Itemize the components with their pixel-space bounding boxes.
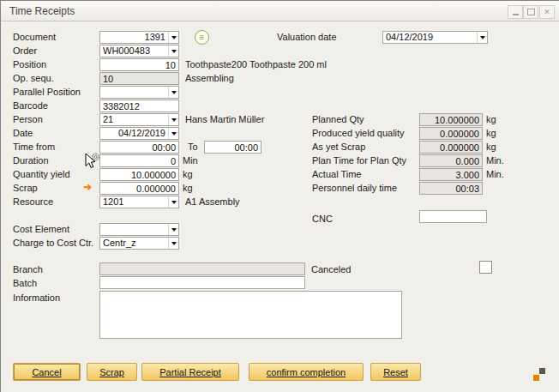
plan-time-for-plan-qty-label: Plan Time for Plan Qty: [312, 155, 406, 166]
canceled-label: Canceled: [311, 264, 351, 275]
document-lookup-icon[interactable]: [195, 30, 209, 45]
as-yet-scrap-unit: kg: [486, 142, 496, 153]
quantity-yield-unit: kg: [183, 169, 193, 180]
op-sequ-description: Assembling: [185, 73, 234, 84]
order-value: WH000483: [100, 45, 168, 57]
chevron-down-icon[interactable]: [168, 45, 178, 57]
op-sequ-label: Op. sequ.: [13, 73, 54, 84]
scrap-unit: kg: [183, 183, 193, 194]
charge-to-cost-ctr-value: Centr_z: [100, 238, 168, 249]
as-yet-scrap-label: As yet Scrap: [312, 142, 365, 153]
chevron-down-icon[interactable]: [477, 32, 487, 43]
order-label: Order: [13, 45, 37, 57]
order-combo[interactable]: WH000483: [99, 45, 179, 57]
time-receipts-window: Time Receipts Document 1391 Valuation da…: [0, 0, 559, 392]
branch-label: Branch: [13, 264, 43, 275]
plan-time-for-plan-qty-field: [419, 154, 483, 167]
barcode-label: Barcode: [13, 100, 48, 112]
document-value: 1391: [100, 32, 168, 43]
person-combo[interactable]: 21: [99, 113, 179, 126]
parallel-position-value: [100, 87, 168, 98]
chevron-down-icon[interactable]: [168, 128, 178, 139]
as-yet-scrap-field: [419, 141, 483, 154]
cancel-button[interactable]: Cancel: [13, 363, 81, 381]
duration-unit: Min: [183, 155, 198, 166]
title-bar: Time Receipts: [1, 1, 559, 21]
actual-time-label: Actual Time: [312, 169, 361, 180]
personnel-daily-time-field: [419, 182, 483, 195]
confirm-completion-button[interactable]: confirm completion: [249, 363, 364, 381]
confirm-completion-button-label: confirm completion: [267, 367, 346, 377]
planned-qty-unit: kg: [486, 114, 496, 125]
resource-label: Resource: [13, 196, 53, 208]
scrap-button[interactable]: Scrap: [87, 363, 137, 381]
window-title: Time Receipts: [9, 5, 75, 17]
barcode-input[interactable]: [99, 100, 179, 112]
position-label: Position: [13, 59, 46, 70]
time-to-input[interactable]: [204, 141, 261, 154]
cost-element-label: Cost Element: [13, 224, 69, 235]
planned-qty-label: Planned Qty: [312, 114, 364, 125]
date-label: Date: [13, 128, 33, 139]
document-label: Document: [13, 32, 56, 43]
information-label: Information: [13, 292, 60, 304]
time-from-label: Time from: [13, 142, 55, 153]
date-value: 04/12/2019: [100, 128, 168, 139]
charge-to-cost-ctr-label: Charge to Cost Ctr.: [13, 238, 93, 249]
canceled-checkbox[interactable]: [479, 261, 492, 274]
chevron-down-icon[interactable]: [168, 114, 178, 125]
duration-input[interactable]: [99, 154, 179, 167]
batch-input[interactable]: [99, 276, 305, 289]
person-description: Hans Martin Müller: [185, 114, 264, 125]
date-combo[interactable]: 04/12/2019: [99, 127, 179, 140]
link-arrow-icon[interactable]: [83, 181, 92, 194]
expand-form-icon[interactable]: [532, 368, 546, 381]
chevron-down-icon[interactable]: [168, 87, 178, 98]
parallel-position-label: Parallel Position: [13, 87, 81, 98]
quantity-yield-input[interactable]: [99, 168, 179, 181]
scrap-input[interactable]: [99, 182, 179, 195]
maximize-button[interactable]: [523, 5, 538, 19]
parallel-position-combo[interactable]: [99, 86, 179, 99]
person-label: Person: [13, 114, 43, 125]
produced-yield-quality-label: Produced yield quality: [312, 128, 405, 139]
chevron-down-icon[interactable]: [168, 196, 178, 208]
information-textarea[interactable]: [99, 291, 402, 339]
close-button[interactable]: [539, 5, 555, 19]
time-to-label: To: [188, 142, 198, 153]
scrap-label: Scrap: [13, 183, 38, 194]
valuation-date-combo[interactable]: 04/12/2019: [382, 31, 488, 44]
personnel-daily-time-label: Personnel daily time: [312, 183, 397, 194]
charge-to-cost-ctr-combo[interactable]: Centr_z: [99, 237, 179, 250]
cancel-button-label: Cancel: [32, 367, 61, 377]
resource-value: 1201: [100, 196, 168, 208]
cost-element-combo[interactable]: [99, 223, 179, 236]
position-description: Toothpaste200 Toothpaste 200 ml: [185, 59, 327, 70]
quantity-yield-label: Quantity yield: [13, 169, 70, 180]
produced-yield-quality-unit: kg: [486, 128, 496, 139]
branch-input: [99, 262, 305, 275]
cnc-input[interactable]: [419, 210, 487, 223]
resource-description: A1 Assembly: [185, 196, 240, 208]
time-from-input[interactable]: [99, 141, 179, 154]
chevron-down-icon[interactable]: [168, 224, 178, 235]
scrap-button-label: Scrap: [99, 367, 124, 377]
actual-time-field: [419, 168, 483, 181]
minimize-button[interactable]: [508, 5, 523, 19]
chevron-down-icon[interactable]: [168, 32, 178, 43]
document-combo[interactable]: 1391: [99, 31, 179, 44]
reset-button[interactable]: Reset: [370, 363, 421, 381]
cost-element-value: [100, 224, 168, 235]
reset-button-label: Reset: [383, 367, 408, 377]
op-sequ-field: [99, 72, 179, 85]
duration-label: Duration: [13, 155, 49, 166]
resource-combo[interactable]: 1201: [99, 196, 179, 208]
actual-time-unit: Min.: [486, 169, 504, 180]
chevron-down-icon[interactable]: [168, 238, 178, 249]
mouse-cursor-icon: [82, 152, 101, 171]
person-value: 21: [100, 114, 168, 125]
partial-receipt-button[interactable]: Partial Receipt: [141, 363, 239, 381]
batch-label: Batch: [13, 278, 37, 289]
position-field[interactable]: [99, 58, 179, 71]
cnc-label: CNC: [312, 214, 333, 225]
